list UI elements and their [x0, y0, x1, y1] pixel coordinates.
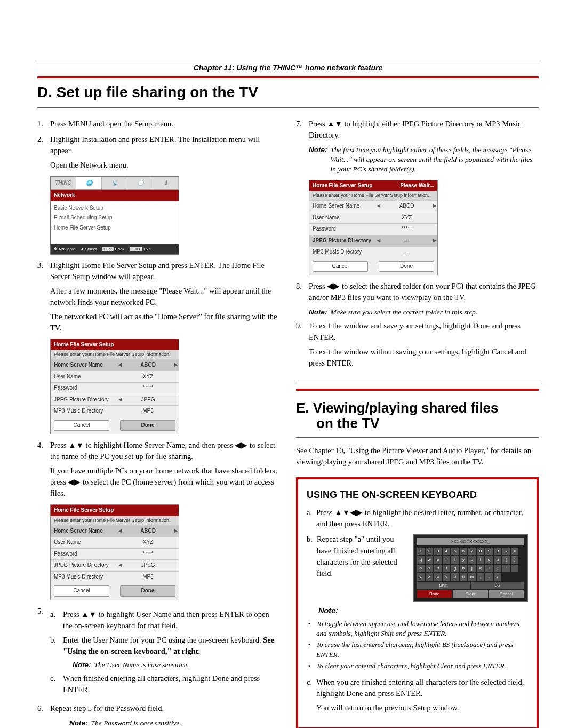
osk-key: t [451, 556, 459, 564]
osk-key: j [468, 565, 476, 572]
osk-key: z [417, 573, 425, 581]
net-item-home-file-server: Home File Server Setup [54, 223, 175, 233]
osk-key: q [417, 556, 425, 564]
kbd-step-a: a. Press ▲▼◀▶ to highlight the desired l… [307, 507, 528, 529]
step-4: 4. Press ▲▼ to highlight Home Server Nam… [37, 440, 280, 499]
please-wait-label: Please Wait... [400, 182, 434, 190]
osk-key: e [434, 556, 442, 564]
step-8: 8. Press ◀▶ to select the shared folder … [296, 281, 539, 303]
clock-icon: 🕒 [127, 177, 153, 189]
osk-key: i [477, 556, 484, 564]
osk-display: XXXX@XXXXX.XX_ [417, 538, 524, 545]
osk-key: = [511, 548, 518, 555]
osk-key: [ [502, 556, 510, 564]
right-arrow-icon: ▶ [174, 362, 178, 368]
cancel-button[interactable]: Cancel [313, 261, 368, 272]
hfs-panel-1: Home File Server Setup Please enter your… [50, 339, 179, 435]
osk-key: k [477, 565, 484, 572]
osk-done: Done [417, 590, 452, 598]
osk-key: y [460, 556, 467, 564]
hfs-panel-wait: Home File Server SetupPlease Wait... Ple… [309, 180, 438, 276]
cancel-button[interactable]: Cancel [54, 420, 109, 431]
osk-key: 7 [468, 548, 476, 555]
net-item-email: E-mail Scheduling Setup [54, 213, 175, 223]
step-3: 3. Highlight Home File Server Setup and … [37, 260, 280, 334]
osk-clear: Clear [453, 590, 487, 598]
thinc-logo: THINC [55, 179, 71, 187]
keyboard-box-title: USING THE ON-SCREEN KEYBOARD [307, 488, 528, 502]
osk-key: 2 [426, 548, 433, 555]
globe-icon: 🌐 [76, 177, 102, 189]
osk-key: s [426, 565, 433, 572]
network-menu-screenshot: THINC 🌐 📡 🕒 ℹ︎ Network Basic Network Set… [50, 176, 179, 255]
up-down-arrows-icon: ▲▼ [68, 440, 84, 451]
osk-key: p [494, 556, 501, 564]
red-rule-e [296, 389, 539, 391]
hfs-panel-2: Home File Server Setup Please enter your… [50, 504, 179, 600]
osk-key: - [502, 548, 510, 555]
step-2: 2. Highlight Installation and press ENTE… [37, 134, 280, 171]
osk-key: u [468, 556, 476, 564]
osk-key: 9 [485, 548, 493, 555]
osk-key: ` [511, 565, 518, 572]
section-d-underline [37, 107, 539, 108]
network-section-title: Network [51, 190, 179, 201]
osk-key: m [468, 573, 476, 581]
chapter-title: Chapter 11: Using the THINC™ home networ… [37, 64, 539, 72]
osk-key: 8 [477, 548, 484, 555]
osk-key: 1 [417, 548, 425, 555]
left-column: 1. Press MENU and open the Setup menu. 2… [37, 115, 280, 728]
osk-key: l [485, 565, 493, 572]
left-arrow-icon: ◀ [118, 362, 122, 368]
osk-key: b [451, 573, 459, 581]
step-5: 5. a.Press ▲▼ to highlight User Name and… [37, 606, 280, 699]
done-button[interactable]: Done [120, 585, 175, 597]
kbd-step-c: c. When you are finished entering all ch… [307, 677, 528, 714]
osk-key: 4 [443, 548, 450, 555]
cancel-button[interactable]: Cancel [54, 585, 109, 597]
section-e-heading: E. Viewing/playing shared files on the T… [296, 400, 539, 432]
keyboard-callout-box: USING THE ON-SCREEN KEYBOARD a. Press ▲▼… [296, 477, 539, 728]
osk-key: ; [494, 565, 501, 572]
osk-key: ] [511, 556, 518, 564]
osk-shift: Shift [417, 582, 470, 589]
step-9: 9. To exit the window and save your sett… [296, 320, 539, 368]
osk-key: , [477, 573, 484, 581]
osk-key: f [443, 565, 450, 572]
left-right-arrows-icon: ◀▶ [68, 477, 81, 488]
on-screen-keyboard-screenshot: XXXX@XXXXX.XX_ 1234567890-= qwertyuiop[]… [413, 534, 528, 602]
left-right-arrows-icon: ◀▶ [235, 440, 247, 451]
osk-key: h [460, 565, 467, 572]
osk-key: 6 [460, 548, 467, 555]
section-e-paragraph: See Chapter 10, "Using the Picture Viewe… [296, 445, 539, 468]
osk-key: o [485, 556, 493, 564]
net-item-basic: Basic Network Setup [54, 203, 175, 213]
info-icon: ℹ︎ [153, 177, 179, 189]
step-6: 6. Repeat step 5 for the Password field. [37, 703, 280, 714]
osk-key: ' [502, 565, 510, 572]
step-7: 7. Press ▲▼ to highlight either JPEG Pic… [296, 118, 539, 141]
osk-key: c [434, 573, 442, 581]
osk-key: n [460, 573, 467, 581]
osk-key: a [417, 565, 425, 572]
top-thin-rule [37, 61, 539, 61]
red-rule-top [37, 76, 539, 78]
osk-key: x [426, 573, 433, 581]
osk-key: . [485, 573, 493, 581]
osk-key: 3 [434, 548, 442, 555]
done-button[interactable]: Done [379, 261, 434, 272]
osk-key: v [443, 573, 450, 581]
done-button[interactable]: Done [120, 420, 175, 431]
osk-key: 0 [494, 548, 501, 555]
kbd-step-b: b. Repeat step "a" until you have finish… [307, 534, 406, 579]
right-column: 7. Press ▲▼ to highlight either JPEG Pic… [296, 115, 539, 728]
osk-key: / [494, 573, 501, 581]
four-way-arrows-icon: ▲▼◀▶ [334, 507, 363, 518]
osk-bs: BS [471, 582, 524, 589]
satellite-icon: 📡 [102, 177, 127, 189]
osk-key: w [426, 556, 433, 564]
step-1: 1. Press MENU and open the Setup menu. [37, 118, 280, 130]
osk-cancel: Cancel [489, 590, 524, 598]
osk-key: g [451, 565, 459, 572]
section-d-heading: D. Set up file sharing on the TV [37, 84, 539, 101]
